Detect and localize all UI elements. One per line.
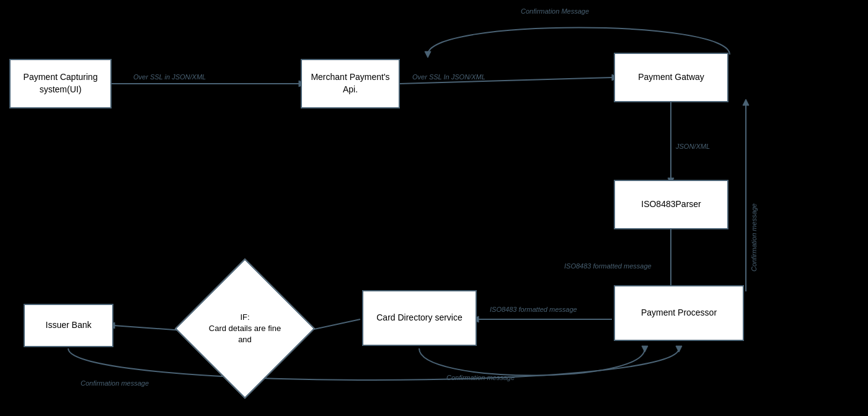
svg-marker-14 xyxy=(425,51,431,58)
svg-marker-18 xyxy=(743,99,749,105)
payment-gateway-label: Payment Gatway xyxy=(638,71,704,84)
payment-processor-label: Payment Processor xyxy=(641,307,717,319)
diamond-label: IF:Card details are fineand xyxy=(203,312,287,346)
arrows-layer xyxy=(0,0,868,416)
arrow-label-confirm-bottom-right: Confirmation message xyxy=(446,374,515,381)
merchant-api-box: Merchant Payment's Api. xyxy=(301,59,400,108)
iso-parser-label: ISO8483Parser xyxy=(641,198,701,211)
payment-capturing-label: Payment Capturing system(UI) xyxy=(16,71,105,95)
arrow-label-confirm-bottom-left: Confirmation message xyxy=(81,379,149,387)
issuer-bank-box: Issuer Bank xyxy=(24,304,113,347)
arrow-label-confirm-top: Confirmation Message xyxy=(521,7,589,15)
payment-capturing-box: Payment Capturing system(UI) xyxy=(9,59,112,108)
arrow-label-ssl-json2: Over SSL In JSON/XML xyxy=(412,73,485,81)
iso-parser-box: ISO8483Parser xyxy=(614,180,728,229)
arrow-label-ssl-json: Over SSL in JSON/XML xyxy=(133,73,206,81)
payment-gateway-box: Payment Gatway xyxy=(614,53,728,102)
arrow-label-confirm-right: Confirmation message xyxy=(750,203,758,273)
svg-marker-16 xyxy=(642,346,648,352)
payment-processor-box: Payment Processor xyxy=(614,285,744,341)
arrow-label-iso-formatted: ISO8483 formatted message xyxy=(564,262,652,270)
issuer-bank-label: Issuer Bank xyxy=(46,319,92,332)
svg-marker-15 xyxy=(676,346,682,352)
arrow-label-json-xml: JSON/XML xyxy=(676,143,710,150)
arrow-label-iso-formatted2: ISO8483 formatted message xyxy=(490,306,577,313)
decision-diamond: IF:Card details are fineand xyxy=(195,279,294,378)
card-directory-label: Card Directory service xyxy=(376,312,462,324)
diagram-container: Payment Capturing system(UI) Over SSL in… xyxy=(0,0,868,416)
merchant-api-label: Merchant Payment's Api. xyxy=(307,71,394,95)
card-directory-box: Card Directory service xyxy=(362,290,477,346)
